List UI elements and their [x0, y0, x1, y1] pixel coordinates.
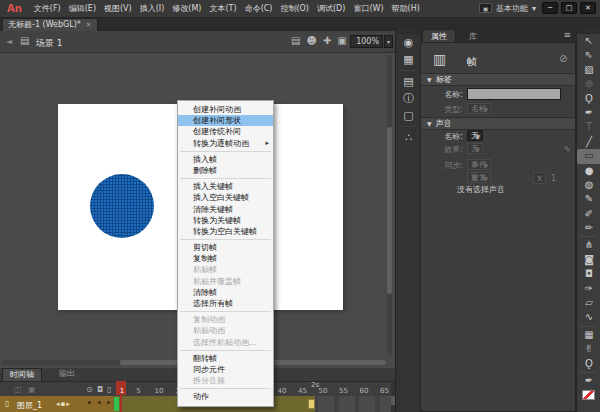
- menubar-item-10[interactable]: 帮助(H): [388, 4, 424, 13]
- fill-color-no-color-swatch[interactable]: [582, 390, 595, 400]
- frame-number-60[interactable]: 60: [359, 387, 368, 395]
- tab-properties[interactable]: 属性: [422, 29, 456, 43]
- sound-name-select[interactable]: 无▼: [467, 130, 483, 141]
- selection-tool[interactable]: ↖: [577, 34, 600, 48]
- back-icon[interactable]: ◄: [6, 37, 12, 46]
- layer-controls[interactable]: ◂▪▸: [56, 400, 71, 408]
- frame-number-65[interactable]: 65: [380, 387, 389, 395]
- context-menu-item-convert-to-blank-keyframe[interactable]: 转换为空白关键帧: [178, 226, 273, 237]
- context-menu-item-cut-frames[interactable]: 剪切帧: [178, 242, 273, 253]
- text-tool[interactable]: T: [577, 120, 600, 134]
- context-menu-item-actions[interactable]: 动作: [178, 391, 273, 402]
- context-menu-item-select-all-frames[interactable]: 选择所有帧: [178, 298, 273, 309]
- section-header-sound[interactable]: ▼声音: [421, 117, 575, 130]
- context-menu-item-create-motion-tween[interactable]: 创建补间动画: [178, 104, 273, 115]
- context-menu-item-remove-frame[interactable]: 删除帧: [178, 165, 273, 176]
- menubar-item-9[interactable]: 窗口(W): [349, 4, 387, 13]
- show-layers-as-outlines-icon[interactable]: ▯: [107, 385, 111, 394]
- playhead-line[interactable]: [120, 395, 122, 412]
- context-menu-item-copy-frames[interactable]: 复制帧: [178, 253, 273, 264]
- swatches-panel-icon[interactable]: ▦: [396, 51, 421, 68]
- stage-zoom-dropdown-arrow[interactable]: ▾: [384, 35, 393, 48]
- tab-output[interactable]: 输出: [52, 368, 82, 381]
- menubar-item-8[interactable]: 调试(D): [313, 4, 349, 13]
- context-menu-item-reverse-frames[interactable]: 翻转帧: [178, 353, 273, 364]
- layer-name-label[interactable]: 图层_1: [17, 400, 42, 411]
- edit-multiple-frames-icon[interactable]: ▣: [28, 385, 36, 394]
- layer-outline-dot[interactable]: [107, 401, 110, 404]
- transform-panel-icon[interactable]: ▢: [396, 107, 421, 124]
- free-transform-tool[interactable]: ▧: [577, 63, 600, 77]
- stroke-color-tool[interactable]: ✒: [577, 374, 600, 388]
- eyedropper-tool[interactable]: ✑: [577, 282, 600, 296]
- oval-primitive-tool[interactable]: ◍: [577, 178, 600, 192]
- minimize-button[interactable]: ─: [542, 2, 558, 14]
- section-header-label[interactable]: ▼标签: [421, 73, 575, 86]
- paint-bucket-tool[interactable]: ◙: [577, 253, 600, 267]
- maximize-button[interactable]: □: [561, 2, 577, 14]
- oval-tool[interactable]: ●: [577, 164, 600, 178]
- context-menu-item-convert-to-frame-by-frame-animation[interactable]: 转换为逐帧动画▸: [178, 138, 273, 149]
- show-hide-all-layers-icon[interactable]: ⊙: [86, 385, 93, 394]
- close-tab-icon[interactable]: ✕: [86, 19, 92, 31]
- scrollbar-thumb[interactable]: [387, 127, 392, 294]
- context-menu-item-clear-frames[interactable]: 清除帧: [178, 287, 273, 298]
- stage-zoom-value[interactable]: 100%: [350, 35, 383, 48]
- camera-tool[interactable]: ▦: [577, 328, 600, 342]
- menubar-item-6[interactable]: 命令(C): [241, 4, 277, 13]
- frame-number-55[interactable]: 55: [339, 387, 348, 395]
- bone-tool[interactable]: ⋔: [577, 238, 600, 252]
- layer-name-cell[interactable]: ▯ 图层_1 ◂▪▸: [0, 396, 113, 412]
- panel-menu-icon[interactable]: ≡: [563, 30, 571, 40]
- frame-number-40[interactable]: 40: [277, 387, 286, 395]
- code-snippets-panel-icon[interactable]: ∴: [396, 129, 421, 146]
- frame-number-5[interactable]: 5: [136, 387, 140, 395]
- edit-symbols-button[interactable]: ☻: [306, 35, 316, 46]
- stage-vertical-scrollbar[interactable]: [387, 55, 392, 355]
- brush-tool[interactable]: ✐: [577, 207, 600, 221]
- menubar-item-5[interactable]: 文本(T): [205, 4, 240, 13]
- clip-content-button[interactable]: ▣: [337, 35, 346, 46]
- pencil-tool[interactable]: ✎: [577, 192, 600, 206]
- hand-tool[interactable]: ✌: [577, 342, 600, 356]
- menubar-item-1[interactable]: 编辑(E): [65, 4, 100, 13]
- width-tool[interactable]: ∿: [577, 310, 600, 324]
- lasso-tool[interactable]: Ϙ: [577, 92, 600, 106]
- tab-timeline[interactable]: 时间轴: [2, 368, 42, 381]
- edit-scene-button[interactable]: ▤: [291, 35, 300, 46]
- frame-span-end-marker[interactable]: [308, 399, 315, 409]
- onion-skin-icon[interactable]: ◫: [14, 385, 22, 394]
- frame-number-10[interactable]: 10: [154, 387, 163, 395]
- eraser-tool[interactable]: ▱: [577, 296, 600, 310]
- paint-brush-tool[interactable]: ✏: [577, 221, 600, 235]
- workspace-switcher-button[interactable]: ▣ 基本功能 ▾: [479, 3, 536, 14]
- rectangle-tool[interactable]: ▭: [577, 149, 600, 163]
- document-tab[interactable]: 无标题-1 (WebGL)* ✕: [2, 18, 98, 31]
- context-menu-item-insert-blank-keyframe[interactable]: 插入空白关键帧: [178, 192, 273, 203]
- context-menu-item-convert-to-keyframe[interactable]: 转换为关键帧: [178, 215, 273, 226]
- keyframe-cell[interactable]: [114, 397, 119, 411]
- info-panel-icon[interactable]: ⓘ: [396, 90, 421, 107]
- context-menu-item-create-classic-tween[interactable]: 创建传统补间: [178, 126, 273, 137]
- menubar-item-7[interactable]: 控制(O): [276, 4, 313, 13]
- color-panel-icon[interactable]: ◉: [396, 34, 421, 51]
- context-menu-item-insert-keyframe[interactable]: 插入关键帧: [178, 181, 273, 192]
- context-menu-item-insert-frame[interactable]: 插入帧: [178, 154, 273, 165]
- frame-number-1[interactable]: 1: [120, 387, 124, 395]
- help-icon[interactable]: ⊘: [559, 53, 567, 64]
- zoom-tool[interactable]: Ǫ: [577, 357, 600, 371]
- layer-lock-dot[interactable]: [98, 401, 101, 404]
- context-menu-item-create-shape-tween[interactable]: 创建补间形状: [178, 115, 273, 126]
- lock-all-layers-icon[interactable]: ◘: [97, 385, 103, 394]
- align-panel-icon[interactable]: ▤: [396, 73, 421, 90]
- menubar-item-4[interactable]: 修改(M): [168, 4, 205, 13]
- menubar-item-2[interactable]: 视图(V): [100, 4, 136, 13]
- circle-shape[interactable]: [90, 174, 154, 238]
- label-name-input[interactable]: [467, 88, 561, 100]
- menubar-item-3[interactable]: 插入(I): [136, 4, 169, 13]
- pen-tool[interactable]: ✒: [577, 106, 600, 120]
- ink-bottle-tool[interactable]: ◘: [577, 267, 600, 281]
- layer-visibility-dot[interactable]: [88, 401, 91, 404]
- frame-number-50[interactable]: 50: [318, 387, 327, 395]
- context-menu-item-synchronize-symbols[interactable]: 同步元件: [178, 364, 273, 375]
